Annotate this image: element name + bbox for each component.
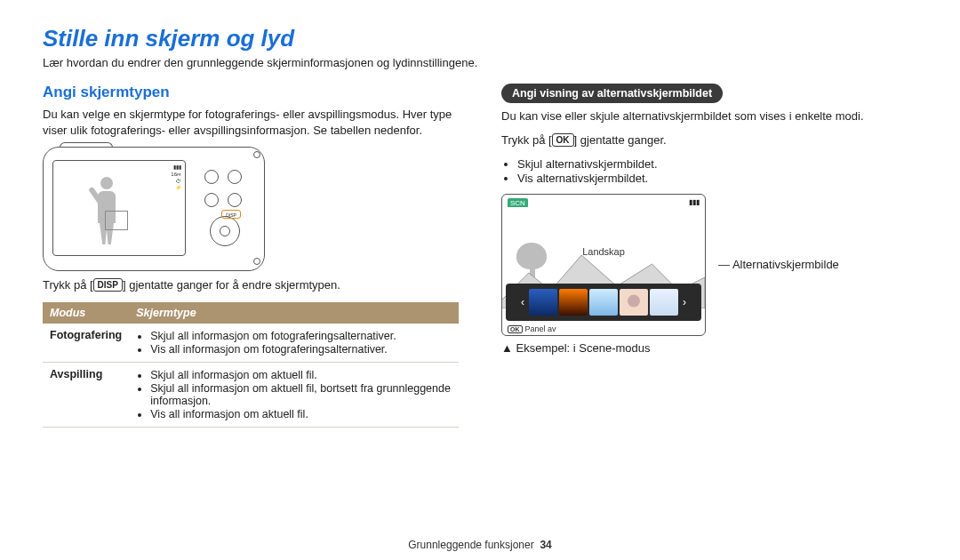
focus-box-icon	[105, 211, 128, 230]
thumbnail	[620, 289, 648, 316]
list-item: Vis alternativskjermbildet.	[517, 172, 917, 185]
disp-button-highlight: DISP	[221, 210, 241, 219]
battery-icon: ▮▮▮	[686, 198, 700, 207]
scene-label: Landskap	[502, 246, 705, 257]
camera-button-icon	[228, 193, 242, 207]
right-bullets: Skjul alternativskjermbildet. Vis altern…	[503, 157, 917, 185]
type-cell: Skjul all informasjon om aktuell fil. Sk…	[129, 363, 459, 428]
battery-icon: ▮▮▮	[171, 164, 181, 172]
text: ] gjentatte ganger.	[574, 133, 667, 147]
footer-page: 34	[540, 539, 551, 551]
camera-controls	[202, 167, 248, 249]
left-paragraph: Du kan velge en skjermtype for fotografe…	[43, 107, 459, 138]
ok-instruction: Trykk på [OK] gjentatte ganger.	[501, 133, 917, 147]
right-paragraph: Du kan vise eller skjule alternativskjer…	[501, 108, 917, 124]
page-lead: Lær hvordan du endrer den grunnleggende …	[43, 56, 917, 69]
thumbnail	[559, 289, 588, 316]
th-type: Skjermtype	[129, 302, 459, 324]
camera-screen: ▮▮▮ 16ᴍ ⏱ ⚡	[52, 160, 186, 256]
chevron-right-icon: ›	[680, 296, 689, 308]
list-item: Skjul all informasjon om aktuell fil, bo…	[150, 382, 452, 407]
page-title: Stille inn skjerm og lyd	[43, 25, 917, 52]
chevron-left-icon: ‹	[518, 296, 527, 308]
list-item: Vis all informasjon om aktuell fil.	[150, 408, 452, 420]
footer-section: Grunnleggende funksjoner	[408, 539, 533, 551]
flash-icon: ⚡	[171, 185, 181, 192]
ok-badge-icon: OK	[508, 325, 523, 333]
mode-table: Modus Skjermtype Fotografering Skjul all…	[43, 302, 459, 428]
resolution-label: 16ᴍ	[171, 172, 181, 179]
lcd-illustration: SCN 🎬 ▮▮▮ 16ᴍ Landskap ‹	[501, 194, 706, 336]
disp-instruction: Trykk på [DISP] gjentatte ganger for å e…	[43, 278, 459, 292]
left-column: Angi skjermtypen Du kan velge en skjermt…	[43, 84, 459, 428]
panel-off-label: OKPanel av	[508, 324, 556, 333]
thumbnail	[529, 289, 557, 316]
type-cell: Skjul all informasjon om fotograferingsa…	[129, 324, 459, 363]
filmstrip: ‹ ›	[506, 284, 701, 321]
ok-pill: OK	[552, 133, 574, 147]
example-caption: ▲ Eksempel: i Scene-modus	[501, 341, 917, 355]
camera-button-icon	[204, 170, 219, 184]
left-heading: Angi skjermtypen	[43, 84, 459, 101]
camera-button-icon	[204, 193, 219, 207]
text: Panel av	[525, 324, 556, 333]
list-item: Skjul all informasjon om aktuell fil.	[150, 369, 452, 381]
thumbnail	[589, 289, 618, 316]
camera-hud: ▮▮▮ 16ᴍ ⏱ ⚡	[171, 164, 181, 192]
page-footer: Grunnleggende funksjoner 34	[0, 539, 960, 551]
text: ] gjentatte ganger for å endre skjermtyp…	[123, 278, 340, 292]
right-column: Angi visning av alternativskjermbildet D…	[501, 84, 917, 428]
dpad-icon	[210, 216, 240, 246]
caption-text: Alternativskjermbilde	[732, 258, 839, 271]
list-item: Vis all informasjon om fotograferingsalt…	[150, 343, 452, 356]
camera-button-icon	[228, 170, 242, 184]
mode-cell: Fotografering	[43, 324, 129, 363]
table-row: Avspilling Skjul all informasjon om aktu…	[43, 363, 459, 428]
list-item: Skjul alternativskjermbildet.	[517, 157, 917, 171]
mode-cell: Avspilling	[43, 363, 129, 428]
text: Trykk på [	[501, 133, 552, 147]
th-mode: Modus	[43, 302, 129, 324]
table-row: Fotografering Skjul all informasjon om f…	[43, 324, 459, 363]
subsection-tag: Angi visning av alternativskjermbildet	[501, 84, 723, 103]
disp-pill: DISP	[93, 278, 123, 292]
side-caption: — Alternativskjermbilde	[718, 258, 839, 271]
thumbnail	[650, 289, 678, 316]
list-item: Skjul all informasjon om fotograferingsa…	[150, 330, 452, 342]
camera-illustration: ▮▮▮ 16ᴍ ⏱ ⚡ DISP	[43, 147, 265, 271]
text: Trykk på [	[43, 278, 93, 292]
